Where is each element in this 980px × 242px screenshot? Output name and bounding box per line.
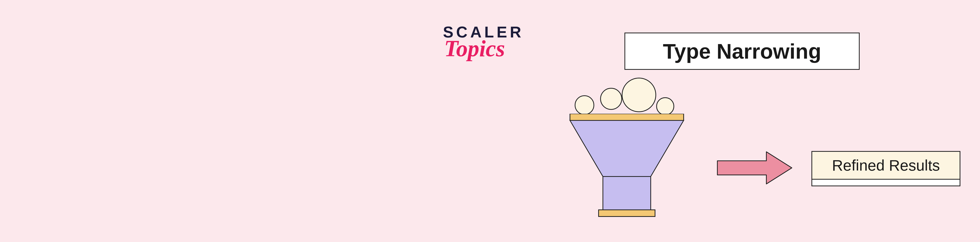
input-bubble-icon — [575, 95, 594, 115]
input-bubble-icon — [600, 88, 622, 110]
refined-results-box: Refined Results — [811, 151, 960, 186]
brand-logo-bottom: Topics — [444, 35, 549, 62]
brand-logo: SCALER Topics — [443, 25, 549, 62]
refined-results-base — [812, 180, 959, 186]
arrow-right-icon — [713, 148, 796, 188]
refined-results-label: Refined Results — [812, 152, 959, 180]
svg-rect-2 — [603, 177, 651, 210]
svg-marker-1 — [570, 120, 684, 177]
input-bubble-icon — [622, 78, 656, 112]
input-bubble-icon — [656, 97, 674, 115]
funnel-icon — [564, 114, 689, 218]
diagram-title: Type Narrowing — [624, 33, 860, 70]
svg-rect-3 — [598, 210, 655, 217]
svg-marker-5 — [718, 152, 792, 184]
svg-rect-0 — [570, 114, 684, 120]
